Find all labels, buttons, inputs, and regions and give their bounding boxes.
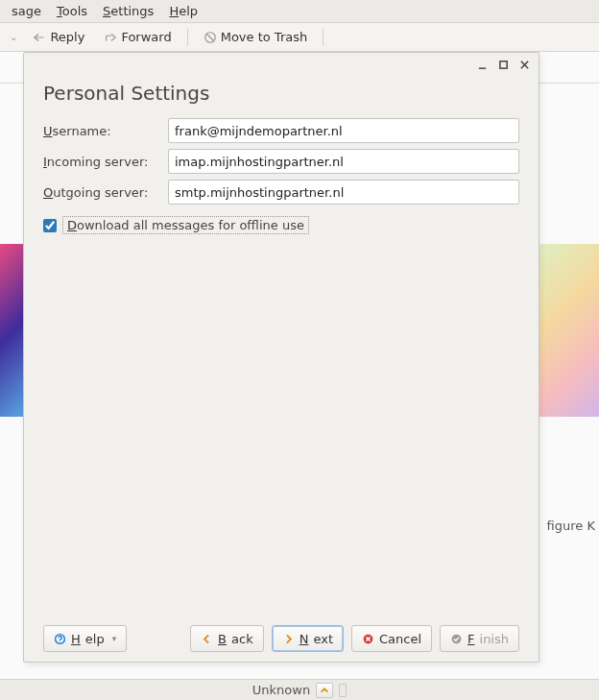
reply-label: Reply (50, 30, 84, 44)
status-expand-button[interactable] (316, 683, 333, 698)
chevron-up-icon (320, 686, 329, 695)
forward-icon (104, 31, 117, 44)
dialog-titlebar (24, 53, 539, 76)
dialog-title: Personal Settings (43, 82, 519, 105)
toolbar-separator (187, 29, 188, 46)
minimize-button[interactable] (475, 58, 489, 71)
settings-dialog: Personal Settings Username: Incoming ser… (23, 52, 539, 663)
row-download-offline: Download all messages for offline use (43, 216, 519, 234)
background-caption: figure K (547, 519, 595, 533)
close-button[interactable] (517, 58, 531, 71)
status-drag-handle[interactable] (339, 684, 347, 697)
trash-icon (204, 31, 217, 44)
label-incoming: Incoming server: (43, 155, 168, 169)
help-button[interactable]: Help ▾ (43, 625, 127, 652)
dialog-spacer (43, 234, 519, 616)
toolbar-overflow[interactable]: ⌄ (6, 32, 21, 42)
help-icon (54, 633, 66, 645)
forward-button[interactable]: Forward (96, 27, 179, 47)
next-icon (282, 633, 295, 645)
back-icon (201, 633, 213, 645)
reply-button[interactable]: Reply (25, 27, 92, 47)
svg-rect-1 (499, 60, 506, 67)
maximize-button[interactable] (496, 58, 510, 71)
toolbar: ⌄ Reply Forward Move to Trash (0, 23, 599, 52)
download-offline-label[interactable]: Download all messages for offline use (62, 216, 309, 234)
chevron-down-icon: ▾ (112, 634, 117, 643)
toolbar-separator-2 (323, 29, 323, 46)
move-to-trash-button[interactable]: Move to Trash (196, 27, 316, 47)
download-offline-checkbox[interactable] (43, 219, 57, 232)
menubar: sage Tools Settings Help (0, 0, 599, 23)
dialog-button-row: Help ▾ Back Next Cancel Finish (43, 625, 519, 652)
outgoing-server-input[interactable] (168, 180, 519, 205)
next-button[interactable]: Next (272, 625, 344, 652)
statusbar: Unknown (0, 679, 599, 700)
status-text: Unknown (252, 683, 310, 697)
background-art-right (534, 244, 599, 417)
menu-settings[interactable]: Settings (95, 2, 161, 20)
cancel-label: Cancel (379, 632, 421, 646)
menu-tools[interactable]: Tools (49, 2, 95, 20)
finish-button: Finish (440, 625, 519, 652)
label-username: Username: (43, 124, 168, 138)
menu-help[interactable]: Help (161, 2, 205, 20)
cancel-icon (362, 633, 374, 645)
cancel-button[interactable]: Cancel (351, 625, 432, 652)
incoming-server-input[interactable] (168, 149, 519, 174)
username-input[interactable] (168, 118, 519, 143)
forward-label: Forward (121, 30, 171, 44)
row-username: Username: (43, 118, 519, 143)
finish-icon (450, 633, 463, 645)
trash-label: Move to Trash (221, 30, 308, 44)
menu-message[interactable]: sage (4, 2, 49, 20)
back-button[interactable]: Back (190, 625, 264, 652)
row-incoming: Incoming server: (43, 149, 519, 174)
row-outgoing: Outgoing server: (43, 180, 519, 205)
svg-point-3 (60, 641, 60, 642)
dialog-body: Personal Settings Username: Incoming ser… (24, 76, 539, 662)
label-outgoing: Outgoing server: (43, 185, 168, 200)
reply-icon (33, 31, 46, 44)
